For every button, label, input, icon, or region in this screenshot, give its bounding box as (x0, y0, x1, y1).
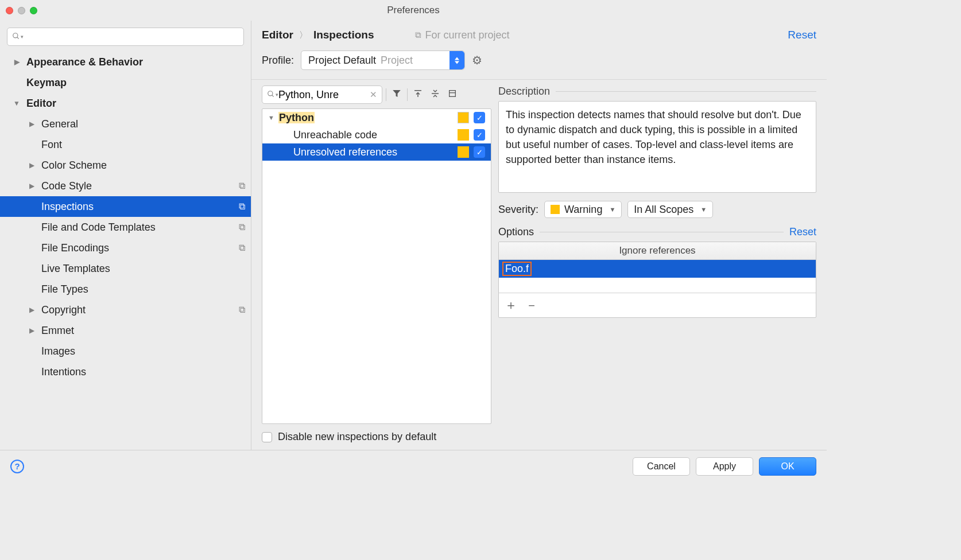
table-header: Ignore references (499, 242, 816, 260)
severity-select[interactable]: Warning ▼ (544, 201, 622, 218)
sidebar-item-label: File Types (41, 283, 88, 295)
sidebar-tree: Appearance & BehaviorKeymapEditorGeneral… (0, 52, 251, 450)
project-scope-icon: ⧉ (239, 181, 245, 191)
cancel-button[interactable]: Cancel (633, 457, 690, 476)
severity-icon (551, 205, 560, 214)
checkbox-enabled[interactable]: ✓ (474, 112, 485, 123)
chevron-down-icon: ▼ (268, 114, 278, 121)
divider (540, 232, 784, 232)
checkbox-enabled[interactable]: ✓ (474, 146, 485, 158)
sidebar-item[interactable]: Appearance & Behavior (0, 52, 251, 72)
inspection-search[interactable]: ▾ ✕ (262, 85, 382, 104)
sidebar-item-label: Intentions (41, 366, 86, 378)
inspection-list: ▼ Python ✓ Unreachable code ✓ Unresolved… (262, 108, 491, 424)
profile-scope: Project (381, 55, 413, 67)
profile-value: Project Default (308, 55, 376, 67)
svg-point-0 (13, 33, 18, 37)
svg-line-5 (272, 95, 274, 96)
sidebar-item-label: Editor (26, 98, 56, 110)
svg-rect-10 (450, 91, 456, 97)
sidebar-item[interactable]: Live Templates (0, 258, 251, 279)
apply-button[interactable]: Apply (696, 457, 753, 476)
table-cell-value[interactable]: Foo.f (502, 262, 532, 276)
add-icon[interactable]: ＋ (505, 297, 517, 314)
project-scope-icon: ⧉ (239, 305, 245, 315)
sidebar-item[interactable]: Font (0, 134, 251, 155)
sidebar-item-label: File and Code Templates (41, 221, 156, 234)
breadcrumb-root[interactable]: Editor (262, 29, 293, 41)
sidebar-item[interactable]: Copyright⧉ (0, 300, 251, 320)
sidebar-item-label: Live Templates (41, 263, 110, 275)
scope-select[interactable]: In All Scopes ▼ (627, 201, 713, 218)
sidebar-item[interactable]: Code Style⧉ (0, 176, 251, 196)
options-reset-link[interactable]: Reset (789, 226, 816, 238)
expand-all-icon[interactable] (411, 88, 425, 101)
inspection-item-row[interactable]: Unreachable code ✓ (262, 126, 491, 143)
filter-icon[interactable] (390, 88, 404, 101)
breadcrumb: Editor 〉 Inspections (262, 29, 374, 41)
table-row[interactable]: Foo.f (499, 260, 816, 278)
for-current-project-label: ⧉ For current project (415, 29, 509, 41)
chevron-right-icon: 〉 (299, 30, 308, 41)
sidebar-item-label: General (41, 118, 78, 130)
sidebar-item[interactable]: General (0, 114, 251, 134)
collapse-all-icon[interactable] (428, 88, 442, 101)
sidebar-item[interactable]: File and Code Templates⧉ (0, 217, 251, 238)
divider (386, 88, 386, 101)
sidebar-item-label: Keymap (26, 77, 67, 89)
ok-button[interactable]: OK (759, 457, 816, 476)
chevron-right-icon (28, 120, 36, 128)
help-icon[interactable]: ? (10, 460, 24, 473)
sidebar-item[interactable]: Inspections⧉ (0, 196, 251, 217)
sidebar-item[interactable]: Emmet (0, 320, 251, 341)
sidebar-search-input[interactable] (27, 32, 239, 42)
svg-marker-3 (455, 61, 459, 64)
main-panel: Editor 〉 Inspections ⧉ For current proje… (251, 21, 827, 450)
sidebar-item[interactable]: Images (0, 341, 251, 361)
sidebar-item-label: Color Scheme (41, 160, 107, 172)
inspection-group-row[interactable]: ▼ Python ✓ (262, 109, 491, 126)
chevron-down-icon: ▾ (21, 34, 24, 40)
minimize-window-button[interactable] (18, 7, 25, 14)
sidebar-item[interactable]: File Types (0, 279, 251, 300)
chevron-right-icon (28, 161, 36, 169)
chevron-down-icon: ▼ (700, 206, 707, 213)
sidebar-item[interactable]: Keymap (0, 72, 251, 93)
severity-label: Severity: (498, 204, 538, 216)
divider (407, 88, 408, 101)
clear-icon[interactable]: ✕ (370, 90, 377, 100)
sidebar-item-label: Inspections (41, 201, 94, 213)
checkbox[interactable] (262, 432, 272, 442)
project-scope-icon: ⧉ (239, 201, 245, 212)
gear-icon[interactable]: ⚙ (472, 53, 482, 67)
maximize-window-button[interactable] (30, 7, 37, 14)
sidebar-item[interactable]: Color Scheme (0, 155, 251, 176)
reset-link[interactable]: Reset (788, 29, 816, 41)
checkbox-enabled[interactable]: ✓ (474, 129, 485, 141)
inspection-search-input[interactable] (278, 89, 347, 101)
options-title: Options (498, 226, 534, 238)
sidebar-item-label: Appearance & Behavior (26, 56, 143, 68)
remove-icon[interactable]: － (525, 297, 538, 314)
severity-icon (458, 129, 469, 141)
severity-icon (458, 112, 469, 123)
profile-select[interactable]: Project Default Project (301, 50, 465, 70)
divider (556, 91, 816, 92)
chevron-right-icon (28, 306, 36, 314)
chevron-down-icon (13, 99, 21, 107)
sidebar-item[interactable]: File Encodings⧉ (0, 238, 251, 258)
breadcrumb-current: Inspections (313, 29, 374, 41)
disable-new-inspections-row[interactable]: Disable new inspections by default (251, 424, 827, 450)
close-window-button[interactable] (6, 7, 13, 14)
project-scope-icon: ⧉ (239, 243, 245, 253)
sidebar-item[interactable]: Intentions (0, 361, 251, 382)
reset-view-icon[interactable] (445, 89, 459, 100)
sidebar-item[interactable]: Editor (0, 93, 251, 114)
svg-point-4 (268, 91, 273, 95)
chevron-right-icon (13, 58, 21, 66)
stepper-arrows-icon (450, 51, 464, 69)
sidebar-item-label: Copyright (41, 304, 86, 316)
inspection-item-row[interactable]: Unresolved references ✓ (262, 143, 491, 161)
sidebar-search[interactable]: ▾ (7, 28, 244, 46)
description-title: Description (498, 85, 550, 98)
